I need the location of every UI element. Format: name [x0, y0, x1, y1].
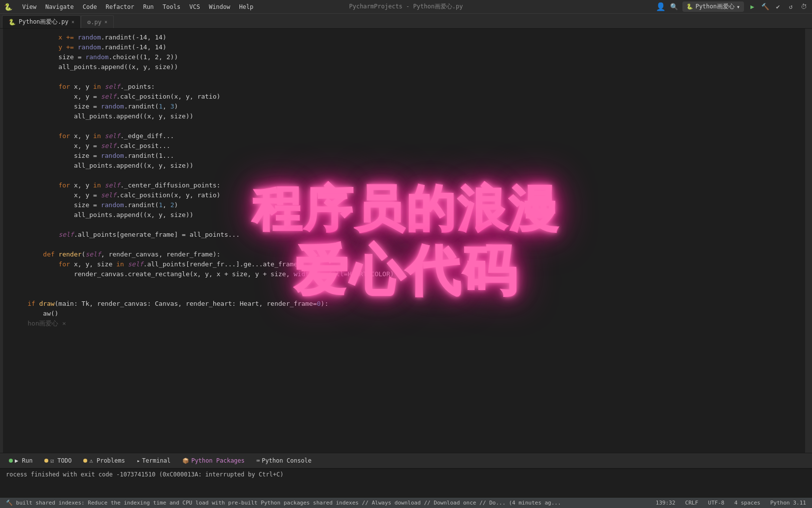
todo-dot	[44, 459, 48, 463]
code-line	[3, 72, 805, 82]
tabbar: 🐍 Python画爱心.py × ⚙.py ×	[0, 14, 812, 29]
tab2-label: ⚙.py	[87, 19, 102, 26]
code-line: x, y = self.calc_position(x, y, ratio)	[3, 190, 805, 200]
code-text: for x, y in self._points:	[28, 82, 805, 92]
history-button[interactable]: ⏱	[799, 2, 808, 11]
user-icon[interactable]: 👤	[656, 2, 666, 11]
run-tab-todo[interactable]: ☑ TODO	[39, 456, 76, 466]
code-line: for x, y in self._edge_diff...	[3, 131, 805, 141]
code-line: aw()	[3, 309, 805, 319]
editor-tab-second[interactable]: ⚙.py ×	[81, 15, 114, 28]
menu-refactor[interactable]: Refactor	[102, 2, 138, 11]
code-line: self.all_points[generate_frame] = all_po…	[3, 230, 805, 240]
problems-dot	[83, 459, 87, 463]
code-line: for x, y in self._points:	[3, 82, 805, 92]
run-tab-run[interactable]: ▶ Run	[4, 456, 37, 466]
code-text: all_points.append((x, y, size))	[28, 62, 805, 72]
code-line: x, y = self.calc_position(x, y, ratio)	[3, 92, 805, 102]
code-line: hon画爱心 ×	[3, 319, 805, 328]
code-line: all_points.append((x, y, size))	[3, 62, 805, 72]
code-line: for x, y in self._center_diffusion_point…	[3, 181, 805, 190]
code-line	[3, 220, 805, 230]
code-text: for x, y in self._edge_diff...	[28, 131, 805, 141]
code-line: size = random.randint(1...	[3, 151, 805, 161]
toolbar-icon-search[interactable]: 🔍	[670, 2, 678, 11]
tab-close-button[interactable]: ×	[71, 19, 74, 25]
code-text: y += random.randint(-14, 14)	[28, 42, 805, 52]
menu-window[interactable]: Window	[205, 2, 234, 11]
code-line: def render(self, render_canvas, render_f…	[3, 250, 805, 259]
code-text: x += random.randint(-14, 14)	[28, 33, 805, 42]
menu-help[interactable]: Help	[235, 2, 257, 11]
menu-navigate[interactable]: Navigate	[41, 2, 78, 11]
titlebar-left: 🐍 View Navigate Code Refactor Run Tools …	[4, 2, 257, 11]
run-button[interactable]: ▶	[748, 2, 757, 11]
code-editor[interactable]: x += random.randint(-14, 14) y += random…	[3, 29, 805, 453]
run-tab-terminal-label: Terminal	[142, 457, 170, 464]
code-text: all_points.append((x, y, size))	[28, 210, 805, 220]
terminal-output: rocess finished with exit code -10737415…	[0, 469, 812, 481]
run-tab-python-console-label: Python Console	[262, 457, 311, 464]
menu-code[interactable]: Code	[79, 2, 101, 11]
code-text: for x, y in self._center_diffusion_point…	[28, 181, 805, 190]
run-panel: ▶ Run ☑ TODO ⚠ Problems ▸ Terminal 📦 Pyt…	[0, 453, 812, 469]
code-text: size = random.randint(1, 3)	[28, 102, 805, 111]
code-line: size = random.randint(1, 2)	[3, 200, 805, 210]
editor-tab-main[interactable]: 🐍 Python画爱心.py ×	[2, 15, 81, 28]
statusbar-line-ending[interactable]: CRLF	[683, 500, 701, 506]
menu-vcs[interactable]: VCS	[185, 2, 204, 11]
run-config-icon: 🐍	[686, 3, 693, 10]
statusbar-right: 139:32 CRLF UTF-8 4 spaces Python 3.11	[654, 500, 808, 506]
code-text: aw()	[28, 309, 805, 319]
window-title: PycharmProjects - Python画爱心.py	[349, 2, 463, 11]
coverage-button[interactable]: ✔	[774, 2, 782, 11]
code-text: size = random.randint(1, 2)	[28, 200, 805, 210]
code-text: x, y = self.calc_position(x, y, ratio)	[28, 190, 805, 200]
run-tab-problems[interactable]: ⚠ Problems	[78, 456, 130, 466]
code-line: size = random.choice((1, 2, 2))	[3, 52, 805, 62]
run-config-label: Python画爱心	[695, 2, 734, 11]
run-tab-problems-label: ⚠ Problems	[89, 457, 125, 464]
run-tab-run-label: ▶ Run	[15, 457, 33, 464]
profile-button[interactable]: ↺	[786, 2, 795, 11]
statusbar-encoding[interactable]: UTF-8	[706, 500, 726, 506]
run-tab-terminal[interactable]: ▸ Terminal	[132, 456, 175, 466]
tab2-close-button[interactable]: ×	[104, 19, 107, 25]
run-config-selector[interactable]: 🐍 Python画爱心 ▾	[682, 1, 744, 12]
titlebar-right: 👤 🔍 🐍 Python画爱心 ▾ ▶ 🔨 ✔ ↺ ⏱	[656, 1, 808, 12]
titlebar: 🐍 View Navigate Code Refactor Run Tools …	[0, 0, 812, 14]
scrollbar[interactable]	[805, 29, 812, 453]
code-line	[3, 289, 805, 299]
code-text: hon画爱心 ×	[28, 319, 805, 328]
code-line: all_points.append((x, y, size))	[3, 210, 805, 220]
tab-icon: 🐍	[8, 19, 16, 26]
tab-label: Python画爱心.py	[19, 18, 68, 26]
code-line	[3, 171, 805, 181]
code-line	[3, 240, 805, 250]
code-line: all_points.append((x, y, size))	[3, 161, 805, 171]
titlebar-menus: View Navigate Code Refactor Run Tools VC…	[18, 2, 257, 11]
code-text: all_points.append((x, y, size))	[28, 161, 805, 171]
statusbar-indent[interactable]: 4 spaces	[732, 500, 762, 506]
code-text: self.all_points[generate_frame] = all_po…	[28, 230, 805, 240]
app-icon: 🐍	[4, 3, 12, 11]
code-text: x, y = self.calc_posit...	[28, 141, 805, 151]
statusbar-cursor-pos[interactable]: 139:32	[654, 500, 677, 506]
code-line: x, y = self.calc_posit...	[3, 141, 805, 151]
editor-container: x += random.randint(-14, 14) y += random…	[0, 29, 812, 453]
code-line: x += random.randint(-14, 14)	[3, 33, 805, 42]
menu-view[interactable]: View	[18, 2, 40, 11]
statusbar-python-version[interactable]: Python 3.11	[768, 500, 808, 506]
code-line	[3, 121, 805, 131]
code-line: if draw(main: Tk, render_canvas: Canvas,…	[3, 299, 805, 309]
code-text: if draw(main: Tk, render_canvas: Canvas,…	[28, 299, 805, 309]
run-tab-todo-label: ☑ TODO	[50, 457, 71, 464]
terminal-text: rocess finished with exit code -10737415…	[6, 471, 284, 478]
run-tab-python-packages[interactable]: 📦 Python Packages	[177, 456, 249, 466]
menu-tools[interactable]: Tools	[159, 2, 184, 11]
menu-run[interactable]: Run	[139, 2, 158, 11]
code-text: size = random.choice((1, 2, 2))	[28, 52, 805, 62]
build-button[interactable]: 🔨	[761, 2, 770, 11]
run-tab-python-console[interactable]: ⌨ Python Console	[252, 456, 317, 466]
statusbar-build-info[interactable]: 🔨 built shared indexes: Reduce the index…	[4, 500, 563, 506]
